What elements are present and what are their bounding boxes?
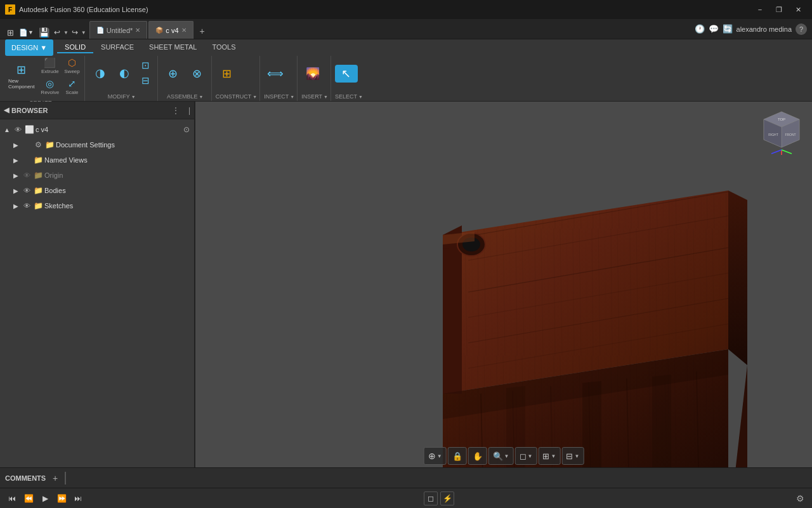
timeline-icon-2[interactable]: ⚡ [440, 491, 454, 505]
help-button[interactable]: ? [796, 23, 807, 35]
redo-button[interactable]: ↪ [70, 27, 79, 38]
modify-buttons: ◑ ◐ ⊡ ⊟ [89, 56, 155, 92]
playback-first-button[interactable]: ⏮ [5, 491, 19, 505]
viewport-btn-lock[interactable]: 🔒 [448, 447, 467, 465]
ribbon-group-construct: ⊞ CONSTRUCT ▼ [213, 56, 260, 101]
settings-button[interactable]: ⚙ [793, 491, 807, 505]
timeline-icon-1[interactable]: ◻ [424, 491, 438, 505]
window-controls: − ❐ ✕ [751, 3, 807, 16]
insert-button-1[interactable]: 🌄 [301, 65, 324, 83]
tab-cv4-close[interactable]: ✕ [181, 27, 187, 34]
browser-title-text: BROWSER [11, 107, 48, 114]
sync-button[interactable]: 🔄 [723, 24, 733, 34]
tree-visibility-bodies[interactable]: 👁 [22, 185, 32, 196]
viewport-btn-zoom[interactable]: 🔍 ▼ [488, 447, 514, 465]
viewport-btn-pan[interactable]: ✋ [468, 447, 487, 465]
browser-collapse-right[interactable]: | [188, 106, 190, 115]
save-button[interactable]: 💾 [37, 26, 51, 39]
tab-untitled[interactable]: 📄 Untitled* ✕ [89, 21, 148, 39]
comments-divider [65, 472, 66, 485]
browser-title: ◀ BROWSER [4, 106, 48, 114]
notification-button[interactable]: 💬 [709, 24, 719, 34]
insert-group-label[interactable]: INSERT ▼ [301, 92, 328, 101]
assemble-icon-2: ⊗ [192, 67, 202, 81]
tree-extra-root[interactable]: ⊙ [181, 124, 192, 135]
tab-cv4[interactable]: 📦 c v4 ✕ [148, 21, 193, 39]
modify-button-1[interactable]: ◑ [89, 64, 112, 83]
browser-menu-icon[interactable]: ⋮ [172, 106, 180, 115]
tree-label-doc-settings: Document Settings [56, 141, 192, 149]
inspect-group-label[interactable]: INSPECT ▼ [264, 92, 294, 101]
select-button[interactable]: ↖ [335, 65, 358, 83]
file-menu-button[interactable]: 📄▼ [17, 27, 36, 38]
viewport[interactable]: TOP FRONT RIGHT ⊕ ▼ 🔒 ✋ [195, 102, 812, 467]
tree-expander-sketches[interactable]: ▶ [11, 201, 20, 210]
undo-button[interactable]: ↩ [53, 27, 62, 38]
ribbon-tab-surface[interactable]: SURFACE [93, 42, 141, 53]
tree-item-origin[interactable]: ▶ 👁 📁 Origin [0, 168, 194, 183]
modify-button-3[interactable]: ⊡ [137, 58, 155, 73]
modify-button-4[interactable]: ⊟ [137, 74, 155, 88]
scale-icon: ⤢ [68, 78, 76, 90]
construct-button-1[interactable]: ⊞ [216, 65, 239, 83]
modify-group-label[interactable]: MODIFY ▼ [89, 92, 155, 101]
viewport-btn-move[interactable]: ⊕ ▼ [424, 447, 447, 465]
inspect-button-1[interactable]: ⟺ [264, 65, 287, 83]
revolve-button[interactable]: ◎ Revolve [39, 77, 61, 97]
history-button[interactable]: 🕐 [695, 24, 705, 34]
tree-expander-doc-settings[interactable]: ▶ [11, 140, 20, 149]
sweep-button[interactable]: ⬡ Sweep [62, 56, 81, 76]
playback-prev-button[interactable]: ⏪ [22, 491, 36, 505]
assemble-button-2[interactable]: ⊗ [186, 65, 209, 83]
tree-expander-named-views[interactable]: ▶ [11, 156, 20, 164]
ribbon-tab-tools[interactable]: TOOLS [204, 42, 243, 53]
playback-next-button[interactable]: ⏩ [55, 491, 69, 505]
tree-item-named-views[interactable]: ▶ 👁 📁 Named Views [0, 152, 194, 168]
extrude-button[interactable]: ⬛ Extrude [39, 56, 61, 76]
tree-item-sketches[interactable]: ▶ 👁 📁 Sketches [0, 198, 194, 213]
comments-add-button[interactable]: + [49, 472, 61, 484]
playback-play-button[interactable]: ▶ [38, 491, 52, 505]
new-component-button[interactable]: ⊞ NewComponent [5, 61, 37, 91]
viewport-btn-snap[interactable]: ⊟ ▼ [561, 447, 584, 465]
viewport-btn-display[interactable]: ◻ ▼ [515, 447, 537, 465]
viewcube[interactable]: TOP FRONT RIGHT [756, 107, 807, 157]
tree-expander-bodies[interactable]: ▶ [11, 186, 20, 195]
ribbon-toolbar: ⊞ NewComponent ⬛ Extrude ◎ Revolve ⬡ Swe… [0, 53, 812, 102]
construct-icon-1: ⊞ [222, 67, 232, 81]
select-group-label[interactable]: SELECT ▼ [335, 92, 363, 101]
tree-icon-folder-views: 📁 [33, 155, 43, 165]
close-button[interactable]: ✕ [789, 3, 807, 16]
viewport-btn-grid[interactable]: ⊞ ▼ [538, 447, 560, 465]
design-mode-button[interactable]: DESIGN ▼ [5, 39, 53, 56]
tree-expander-root[interactable]: ▲ [3, 125, 11, 134]
assemble-button-1[interactable]: ⊕ [162, 65, 185, 83]
assemble-group-label[interactable]: ASSEMBLE ▼ [162, 92, 209, 101]
scale-button[interactable]: ⤢ Scale [62, 77, 81, 97]
modify-button-2[interactable]: ◐ [113, 64, 136, 83]
app-menu-button[interactable]: ⊞ [5, 27, 16, 39]
ribbon-tab-sheet-metal[interactable]: SHEET METAL [141, 42, 204, 53]
tree-item-doc-settings[interactable]: ▶ 👁 ⚙ 📁 Document Settings [0, 137, 194, 152]
tree-item-root[interactable]: ▲ 👁 ⬜ c v4 ⊙ [0, 122, 194, 137]
tree-visibility-root[interactable]: 👁 [13, 124, 23, 135]
tree-label-origin: Origin [44, 171, 192, 179]
construct-group-label[interactable]: CONSTRUCT ▼ [216, 92, 257, 101]
scale-label: Scale [65, 90, 78, 96]
minimize-button[interactable]: − [751, 3, 769, 16]
browser-tree: ▲ 👁 ⬜ c v4 ⊙ ▶ 👁 ⚙ 📁 Document Settings ▶… [0, 119, 194, 467]
insert-icon-1: 🌄 [306, 67, 320, 81]
ribbon-tab-solid[interactable]: SOLID [57, 42, 93, 53]
tree-visibility-sketches[interactable]: 👁 [22, 201, 32, 211]
tree-expander-origin[interactable]: ▶ [11, 171, 20, 180]
undo-arrow[interactable]: ▼ [63, 30, 69, 36]
browser-collapse-icon[interactable]: ◀ [4, 106, 9, 114]
restore-button[interactable]: ❐ [770, 3, 788, 16]
tree-visibility-origin[interactable]: 👁 [22, 170, 32, 180]
playback-last-button[interactable]: ⏭ [71, 491, 85, 505]
tree-visibility-doc-settings: 👁 [22, 140, 32, 150]
tab-untitled-close[interactable]: ✕ [135, 27, 140, 34]
tree-item-bodies[interactable]: ▶ 👁 📁 Bodies [0, 183, 194, 198]
redo-arrow[interactable]: ▼ [81, 30, 87, 36]
add-tab-button[interactable]: + [195, 23, 210, 39]
